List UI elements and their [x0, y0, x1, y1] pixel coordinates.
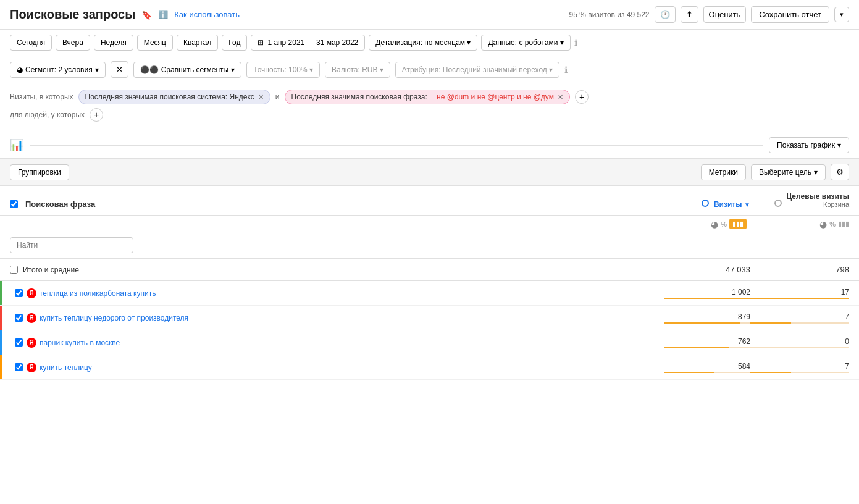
rate-btn[interactable]: Оценить — [703, 6, 747, 23]
percent-icon-visits[interactable]: % — [721, 220, 727, 228]
target-radio[interactable] — [774, 200, 782, 207]
search-input[interactable] — [10, 237, 133, 253]
row-target-bar-bg — [750, 372, 849, 373]
row-phrase[interactable]: купить теплицу — [40, 363, 664, 372]
row-visits-cell: 762 — [664, 337, 750, 348]
row-checkbox[interactable] — [15, 314, 23, 322]
show-chart-btn[interactable]: Показать график ▾ — [769, 137, 849, 153]
filters-info-icon: ℹ — [564, 65, 568, 75]
info-icon-header: ℹ️ — [158, 10, 168, 19]
period-yesterday[interactable]: Вчера — [56, 35, 90, 51]
table-header: Поисковая фраза Визиты ▼ Целевые визиты … — [0, 186, 859, 216]
row-target-value: 17 — [750, 288, 849, 296]
segment-chevron: ▾ — [95, 65, 99, 74]
row-target-cell: 7 — [750, 313, 849, 324]
table-row: Я купить теплицу недорого от производите… — [0, 306, 859, 330]
add-condition-btn[interactable]: + — [575, 90, 589, 104]
history-btn[interactable]: 🕐 — [655, 6, 676, 23]
row-visits-bar-bg — [664, 372, 750, 373]
row-visits-bar — [664, 322, 740, 324]
visits-radio[interactable] — [702, 200, 709, 207]
table-icons-row: ◕ % ▮▮▮ ◕ % ▮▮▮ — [0, 216, 859, 232]
row-checkbox[interactable] — [15, 363, 23, 371]
row-target-value: 7 — [750, 313, 849, 321]
filters-bar: ◕ Сегмент: 2 условия ▾ ✕ ⚫⚫ Сравнить сег… — [0, 56, 859, 83]
period-year[interactable]: Год — [222, 35, 247, 51]
condition-2-red-text: не @dum и не @центр и не @дум — [437, 93, 554, 101]
totals-target-value: 798 — [836, 265, 849, 274]
period-month[interactable]: Месяц — [137, 35, 173, 51]
how-to-use-link[interactable]: Как использовать — [174, 10, 240, 19]
visits-info: 95 % визитов из 49 522 — [569, 10, 650, 19]
pie-chart-icon-target[interactable]: ◕ — [819, 219, 827, 229]
data-select[interactable]: Данные: с роботами ▾ — [481, 35, 570, 51]
row-phrase[interactable]: теплица из поликарбоната купить — [40, 289, 664, 298]
select-goal-btn[interactable]: Выберите цель ▾ — [751, 164, 826, 180]
col-target-sub: Корзина — [786, 201, 849, 208]
groupings-btn[interactable]: Группировки — [10, 164, 69, 180]
yandex-icon: Я — [27, 363, 36, 372]
show-chart-chevron: ▾ — [837, 141, 841, 149]
condition-2-prefix: Последняя значимая поисковая фраза: — [291, 93, 427, 101]
row-visits-value: 762 — [664, 337, 750, 346]
condition-row-1: Визиты, в которых Последняя значимая пои… — [10, 90, 849, 104]
percent-icon-target[interactable]: % — [829, 220, 836, 228]
row-visits-value: 584 — [664, 362, 750, 371]
row-visits-bar — [664, 347, 729, 348]
table-row: Я теплица из поликарбоната купить 1 002 … — [0, 281, 859, 306]
row-target-value: 7 — [750, 362, 849, 371]
save-chevron-btn[interactable]: ▾ — [834, 7, 849, 22]
table-row: Я купить теплицу 584 7 — [0, 355, 859, 380]
condition-row-2: для людей, у которых + — [10, 108, 849, 122]
row-target-cell: 7 — [750, 362, 849, 373]
compare-icon: ⚫⚫ — [140, 65, 159, 74]
segment-label: Сегмент: 2 условия — [25, 65, 93, 74]
segment-conditions: Визиты, в которых Последняя значимая пои… — [0, 83, 859, 132]
add-people-condition-btn[interactable]: + — [90, 108, 103, 122]
detail-select[interactable]: Детализация: по месяцам ▾ — [369, 35, 477, 51]
row-color-bar — [0, 306, 2, 330]
and-label: и — [275, 93, 280, 101]
period-week[interactable]: Неделя — [94, 35, 133, 51]
totals-target: 798 — [750, 265, 849, 274]
row-phrase[interactable]: купить теплицу недорого от производителя — [40, 314, 664, 322]
period-quarter[interactable]: Квартал — [177, 35, 218, 51]
chart-line — [30, 145, 763, 146]
row-target-cell: 0 — [750, 337, 849, 348]
row-visits-cell: 879 — [664, 313, 750, 324]
row-visits-cell: 584 — [664, 362, 750, 373]
accuracy-btn[interactable]: Точность: 100% ▾ — [246, 62, 320, 78]
date-range-btn[interactable]: ⊞ 1 апр 2021 — 31 мар 2022 — [251, 35, 365, 51]
select-all-checkbox[interactable] — [10, 200, 18, 208]
pie-chart-icon-visits[interactable]: ◕ — [711, 219, 718, 229]
export-btn[interactable]: ⬆ — [681, 6, 698, 23]
segment-icon: ◕ — [17, 65, 23, 74]
for-people-label: для людей, у которых — [10, 111, 85, 119]
row-phrase[interactable]: парник купить в москве — [40, 338, 664, 347]
segment-btn[interactable]: ◕ Сегмент: 2 условия ▾ — [10, 62, 106, 78]
sort-icon[interactable]: ▼ — [744, 201, 750, 208]
select-goal-chevron: ▾ — [814, 168, 818, 177]
currency-btn[interactable]: Валюта: RUB ▾ — [325, 62, 390, 78]
period-today[interactable]: Сегодня — [10, 35, 52, 51]
condition-1-close[interactable]: ✕ — [258, 93, 264, 101]
row-visits-value: 1 002 — [664, 288, 750, 296]
date-range-label: 1 апр 2021 — 31 мар 2022 — [267, 38, 358, 47]
col-phrase-label: Поисковая фраза — [25, 200, 95, 209]
detail-label: Детализация: по месяцам — [375, 38, 465, 47]
yandex-icon: Я — [27, 313, 36, 323]
attribution-btn[interactable]: Атрибуция: Последний значимый переход ▾ — [395, 62, 559, 78]
metrics-btn[interactable]: Метрики — [701, 164, 746, 180]
bar-chart-icon-target[interactable]: ▮▮▮ — [838, 220, 849, 228]
condition-2-close[interactable]: ✕ — [558, 93, 563, 101]
gear-btn[interactable]: ⚙ — [831, 164, 849, 180]
bookmark-icon[interactable]: 🔖 — [141, 10, 152, 20]
bar-chart-icon-visits[interactable]: ▮▮▮ — [729, 219, 747, 229]
row-visits-cell: 1 002 — [664, 288, 750, 299]
row-checkbox[interactable] — [15, 289, 23, 297]
totals-checkbox[interactable] — [10, 266, 18, 274]
segment-close-btn[interactable]: ✕ — [111, 61, 128, 78]
row-checkbox[interactable] — [15, 338, 23, 346]
save-report-btn[interactable]: Сохранить отчет — [751, 6, 829, 23]
compare-segments-btn[interactable]: ⚫⚫ Сравнить сегменты ▾ — [133, 62, 242, 78]
